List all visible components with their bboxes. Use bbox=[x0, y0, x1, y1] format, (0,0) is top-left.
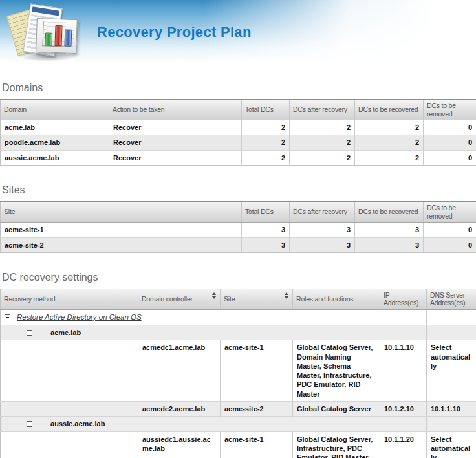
total-dcs-cell: 2 bbox=[242, 135, 290, 150]
collapse-icon[interactable] bbox=[27, 421, 32, 427]
col-header-recovery-method: Recovery method bbox=[1, 289, 138, 309]
dcs-after-recovery-cell: 2 bbox=[290, 120, 355, 135]
domains-header-row: Domain Action to be taken Total DCs DCs … bbox=[1, 100, 476, 120]
domain-group-row: acme.lab bbox=[1, 325, 476, 340]
col-header-label: Total DCs bbox=[245, 208, 274, 215]
ip-cell: 10.1.1.20 bbox=[380, 431, 427, 458]
dcs-to-be-recovered-cell: 3 bbox=[355, 223, 424, 237]
sites-header-row: Site Total DCs DCs after recovery DCs to… bbox=[1, 202, 476, 223]
recovery-method-group-label[interactable]: Restore Active Directory on Clean OS bbox=[17, 313, 142, 321]
col-header-label: Roles and functions bbox=[296, 295, 353, 303]
col-header-domain: Domain bbox=[1, 100, 109, 120]
collapse-icon[interactable] bbox=[5, 314, 10, 320]
col-header-label: Recovery method bbox=[4, 295, 55, 303]
dc-recovery-settings-table: Recovery method Domain controller Site R… bbox=[0, 289, 476, 458]
col-header-dcs-after-recovery: DCs after recovery bbox=[290, 100, 355, 120]
col-header-dcs-to-be-recovered: DCs to be recovered bbox=[355, 202, 424, 223]
col-header-ip-addresses: IP Address(es) bbox=[380, 289, 427, 309]
dns-cell bbox=[427, 417, 476, 431]
domain-group-row: aussie.acme.lab bbox=[1, 417, 476, 431]
domain-group-label: aussie.acme.lab bbox=[50, 420, 105, 428]
col-header-label: DCs to be removed bbox=[427, 204, 456, 220]
sort-icon[interactable] bbox=[212, 292, 217, 299]
dcs-to-be-recovered-cell: 2 bbox=[355, 120, 424, 135]
dcs-to-be-recovered-cell: 2 bbox=[355, 135, 424, 150]
col-header-label: IP Address(es) bbox=[384, 291, 418, 307]
total-dcs-cell: 2 bbox=[242, 150, 290, 165]
col-header-label: DNS Server Address(es) bbox=[430, 291, 465, 307]
page-banner: Recovery Project Plan bbox=[0, 0, 476, 62]
col-header-label: Total DCs bbox=[245, 105, 274, 113]
domain-group-label: acme.lab bbox=[50, 329, 81, 336]
sites-table: Site Total DCs DCs after recovery DCs to… bbox=[0, 201, 476, 253]
dns-cell: Select automatically bbox=[427, 340, 476, 402]
recovery-method-cell bbox=[1, 340, 138, 402]
col-header-roles-functions: Roles and functions bbox=[293, 289, 380, 309]
site-cell: acme-site-1 bbox=[221, 431, 293, 458]
col-header-site[interactable]: Site bbox=[221, 289, 293, 309]
total-dcs-cell: 3 bbox=[242, 237, 290, 252]
recovery-method-group-cell: Restore Active Directory on Clean OS bbox=[1, 310, 380, 325]
ip-cell bbox=[380, 325, 427, 340]
col-header-total-dcs: Total DCs bbox=[242, 202, 290, 223]
site-cell: acme-site-2 bbox=[1, 237, 242, 252]
dns-cell bbox=[427, 325, 476, 340]
table-row: aussie.acme.lab Recover 2 2 2 0 bbox=[1, 150, 476, 165]
domains-table: Domain Action to be taken Total DCs DCs … bbox=[0, 99, 476, 166]
sort-icon[interactable] bbox=[285, 292, 289, 299]
action-cell: Recover bbox=[109, 150, 242, 165]
site-cell: acme-site-1 bbox=[1, 223, 242, 237]
blue-bar bbox=[64, 30, 72, 47]
collapse-icon[interactable] bbox=[27, 330, 32, 336]
col-header-dcs-after-recovery: DCs after recovery bbox=[290, 202, 355, 223]
domains-section-title: Domains bbox=[2, 82, 476, 94]
col-header-label: DCs after recovery bbox=[293, 208, 347, 215]
action-cell: Recover bbox=[109, 135, 242, 150]
sites-section-title: Sites bbox=[2, 184, 476, 196]
site-cell: acme-site-1 bbox=[221, 340, 293, 402]
site-cell: acme-site-2 bbox=[221, 402, 293, 417]
dcs-after-recovery-cell: 2 bbox=[290, 135, 355, 150]
domain-cell: poodle.acme.lab bbox=[1, 135, 109, 150]
col-header-label: Domain controller bbox=[142, 295, 193, 303]
documents-chart-icon bbox=[6, 3, 83, 63]
red-bar bbox=[54, 25, 62, 46]
dns-cell: 10.1.1.10 bbox=[427, 402, 476, 417]
bar-chart-plot-area bbox=[42, 21, 74, 47]
roles-cell: Global Catalog Server bbox=[293, 402, 380, 417]
sites-section: Sites Site Total DCs DCs after recovery … bbox=[0, 184, 476, 253]
dcs-to-be-removed-cell: 0 bbox=[424, 237, 476, 252]
table-row: acme.lab Recover 2 2 2 0 bbox=[1, 120, 476, 135]
page-title: Recovery Project Plan bbox=[97, 24, 252, 41]
recovery-method-cell bbox=[1, 431, 138, 458]
dc-row: acmedc1.acme.lab acme-site-1 Global Cata… bbox=[1, 340, 476, 402]
domain-group-cell: acme.lab bbox=[1, 325, 380, 340]
domain-cell: aussie.acme.lab bbox=[1, 150, 109, 165]
col-header-label: DCs to be recovered bbox=[358, 105, 418, 113]
domain-cell: acme.lab bbox=[1, 120, 109, 135]
dcs-after-recovery-cell: 3 bbox=[290, 223, 355, 237]
domains-section: Domains Domain Action to be taken Total … bbox=[0, 82, 476, 166]
recovery-project-plan-page: Recovery Project Plan Domains Domain Act… bbox=[0, 0, 476, 458]
dc-row: acmedc2.acme.lab acme-site-2 Global Cata… bbox=[1, 402, 476, 417]
dc-recovery-settings-section: DC recovery settings Recovery method Dom… bbox=[0, 272, 476, 458]
dcs-to-be-removed-cell: 0 bbox=[424, 223, 476, 237]
col-header-label: Action to be taken bbox=[113, 105, 164, 113]
dcs-after-recovery-cell: 2 bbox=[290, 150, 355, 165]
dns-cell bbox=[427, 310, 476, 325]
col-header-domain-controller[interactable]: Domain controller bbox=[138, 289, 221, 309]
recovery-method-group-row: Restore Active Directory on Clean OS bbox=[1, 310, 476, 325]
total-dcs-cell: 3 bbox=[242, 223, 290, 237]
domain-controller-cell: acmedc1.acme.lab bbox=[138, 340, 221, 402]
ip-cell: 10.1.2.10 bbox=[380, 402, 427, 417]
recovery-method-cell bbox=[1, 402, 138, 417]
col-header-action: Action to be taken bbox=[109, 100, 242, 120]
ip-cell: 10.1.1.10 bbox=[380, 340, 427, 402]
col-header-label: DCs after recovery bbox=[293, 105, 347, 113]
domain-controller-cell: acmedc2.acme.lab bbox=[138, 402, 221, 417]
col-header-dcs-to-be-recovered: DCs to be recovered bbox=[355, 100, 424, 120]
dcs-to-be-recovered-cell: 3 bbox=[355, 237, 424, 252]
ip-cell bbox=[380, 417, 427, 431]
total-dcs-cell: 2 bbox=[242, 120, 290, 135]
action-cell: Recover bbox=[109, 120, 242, 135]
